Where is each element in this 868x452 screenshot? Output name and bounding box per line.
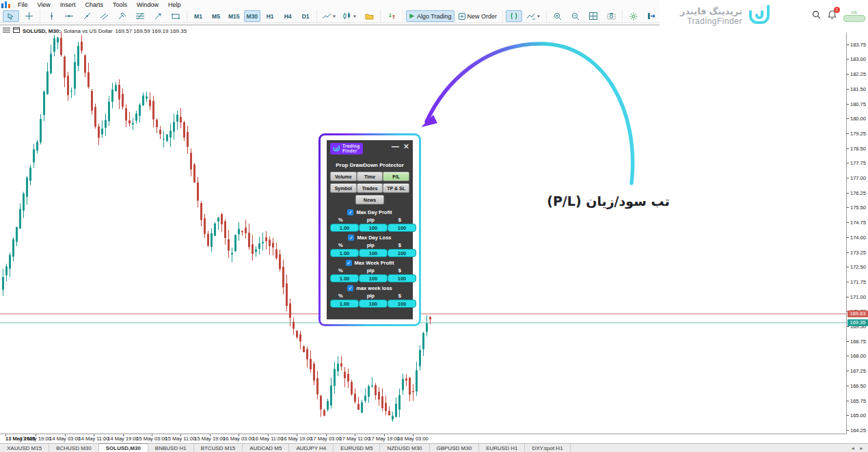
chart-title: SOLUSD, M30: Solana vs US Dollar 169.57 … [3, 27, 187, 34]
crosshair-tool-icon[interactable] [21, 10, 37, 22]
zoom-in-icon[interactable] [550, 10, 566, 22]
dock-panel-right-icon[interactable] [643, 10, 660, 22]
panel-tab-p-l[interactable]: P/L [383, 172, 409, 181]
templates-icon[interactable] [361, 10, 377, 22]
time-tick [65, 434, 66, 436]
price-line-badge: 169.83 [847, 310, 868, 317]
timeframe-h1[interactable]: H1 [262, 10, 278, 22]
symbol-tab-dxy-spot-h1[interactable]: DXY.spot H1 [525, 444, 570, 452]
algo-trading-button[interactable]: Algo Trading [406, 10, 455, 22]
timeframe-d1[interactable]: D1 [297, 10, 314, 22]
input-max-week-loss-pct[interactable] [330, 300, 359, 308]
input-max-week-profit-pip[interactable] [359, 274, 388, 282]
tile-windows-icon[interactable] [585, 10, 601, 22]
search-icon[interactable] [812, 10, 821, 22]
fibonacci-tool-icon[interactable] [132, 10, 148, 22]
symbol-tab-nzdusd-m30[interactable]: NZDUSD M30 [380, 444, 429, 452]
trendline-tool-icon[interactable] [79, 10, 95, 22]
symbol-tab-bnbusd-h1[interactable]: BNBUSD H1 [148, 444, 194, 452]
input-max-day-loss-pct[interactable] [330, 249, 359, 257]
panel-minimize-icon[interactable]: — [392, 144, 399, 149]
column-label: $ [398, 267, 401, 274]
chart-candle-type-icon[interactable]: ▼ [340, 10, 360, 22]
time-axis[interactable]: 13 May 202513 May 19:0014 May 03:0014 Ma… [0, 434, 846, 444]
input-max-day-loss-usd[interactable] [388, 249, 416, 257]
input-max-week-profit-pct[interactable] [330, 274, 359, 282]
notification-badge: 1 [834, 7, 840, 13]
andrews-pitchfork-tool-icon[interactable] [114, 10, 131, 22]
arrow-object-tool-icon[interactable] [150, 10, 166, 22]
time-tick [36, 434, 36, 436]
symbol-tab-gbpusd-m30[interactable]: GBPUSD M30 [430, 444, 480, 452]
new-order-button[interactable]: New Order [456, 10, 500, 22]
time-label: 13 May 19:00 [20, 436, 51, 442]
symbol-tab-eurusd-m5[interactable]: EURUSD M5 [334, 444, 380, 452]
menu-insert[interactable]: Insert [55, 0, 81, 10]
symbol-tab-xauusd-m15[interactable]: XAUUSD M15 [0, 444, 49, 452]
timeframe-h4[interactable]: H4 [280, 10, 296, 22]
tab-scroll-right-icon[interactable]: ► [859, 446, 864, 451]
checkbox-max-day-profit[interactable]: ✓ [347, 209, 353, 215]
menu-help[interactable]: Help [163, 0, 186, 10]
input-max-day-profit-usd[interactable] [388, 224, 416, 232]
menu-view[interactable]: View [33, 0, 55, 10]
timeframe-m5[interactable]: M5 [208, 10, 224, 22]
tick-chart-icon[interactable] [506, 10, 522, 22]
vertical-line-tool-icon[interactable] [43, 10, 59, 22]
chart-menu-icon[interactable] [3, 27, 10, 34]
panel-tab-trades[interactable]: Trades [357, 183, 383, 193]
column-label: % [338, 267, 343, 274]
zoom-out-icon[interactable] [567, 10, 584, 22]
input-max-week-loss-usd[interactable] [388, 300, 416, 308]
deposit-icon[interactable] [383, 10, 400, 22]
symbol-tab-audcad-m5[interactable]: AUDCAD M5 [243, 444, 289, 452]
notifications-bell-icon[interactable]: 1 [828, 10, 837, 22]
chart-window-icon[interactable] [13, 27, 20, 34]
panel-tab-symbol[interactable]: Symbol [330, 183, 357, 193]
time-label: 17 May 19:00 [368, 436, 399, 442]
chart-ohlc-values: 169.57 169.59 169.19 169.35 [116, 28, 187, 34]
time-tick [297, 434, 297, 436]
input-max-week-loss-pip[interactable] [359, 300, 388, 308]
objects-list-icon[interactable]: ▼ [524, 10, 543, 22]
price-scale[interactable]: 184.50183.75183.00182.25181.50180.75180.… [846, 25, 868, 434]
input-max-week-profit-usd[interactable] [388, 274, 416, 282]
panel-section: ✓Max Day Profit%pip$ [330, 209, 409, 232]
price-tick: 167.25 [847, 368, 868, 374]
panel-tab-time[interactable]: Time [357, 172, 383, 181]
symbol-tab-btcusd-m15[interactable]: BTCUSD M15 [194, 444, 243, 452]
panel-tab-tp-sl[interactable]: TP & SL [383, 183, 409, 193]
menu-tools[interactable]: Tools [108, 0, 132, 10]
screenshot-icon[interactable] [603, 10, 619, 22]
settings-gear-icon[interactable] [625, 10, 642, 22]
symbol-tab-bchusd-m30[interactable]: BCHUSD M30 [49, 444, 99, 452]
panel-close-icon[interactable]: ✕ [403, 143, 409, 150]
symbol-tab-audjpy-h4[interactable]: AUDJPY H4 [289, 444, 334, 452]
time-tick [326, 434, 327, 436]
time-tick [384, 434, 385, 436]
equidistant-channel-tool-icon[interactable] [96, 10, 113, 22]
cursor-tool-icon[interactable] [3, 10, 19, 22]
panel-tab-news[interactable]: News [355, 195, 384, 204]
menu-window[interactable]: Window [132, 0, 163, 10]
price-tick: 168.75 [847, 338, 868, 345]
shapes-tool-icon[interactable] [167, 10, 184, 22]
panel-section: ✓Max Week Profit%pip$ [330, 260, 409, 282]
chart-line-type-icon[interactable]: ▼ [320, 10, 339, 22]
timeframe-m30[interactable]: M30 [244, 10, 261, 22]
input-max-day-loss-pip[interactable] [359, 249, 388, 257]
menu-charts[interactable]: Charts [80, 0, 108, 10]
timeframe-m1[interactable]: M1 [190, 10, 206, 22]
menu-file[interactable]: File [13, 0, 33, 10]
checkbox-max-day-loss[interactable]: ✓ [348, 235, 354, 241]
symbol-tab-eurusd-h1[interactable]: EURUSD H1 [479, 444, 525, 452]
symbol-tab-solusd-m30[interactable]: SOLUSD,M30 [99, 443, 148, 452]
timeframe-m15[interactable]: M15 [226, 10, 243, 22]
horizontal-line-tool-icon[interactable] [61, 10, 77, 22]
panel-tab-volume[interactable]: Volume [330, 172, 357, 181]
input-max-day-profit-pct[interactable] [330, 224, 359, 232]
tab-scroll-left-icon[interactable]: ◄ [850, 446, 855, 451]
checkbox-max-week-loss[interactable]: ✓ [347, 285, 353, 291]
input-max-day-profit-pip[interactable] [359, 224, 388, 232]
checkbox-max-week-profit[interactable]: ✓ [346, 260, 352, 266]
